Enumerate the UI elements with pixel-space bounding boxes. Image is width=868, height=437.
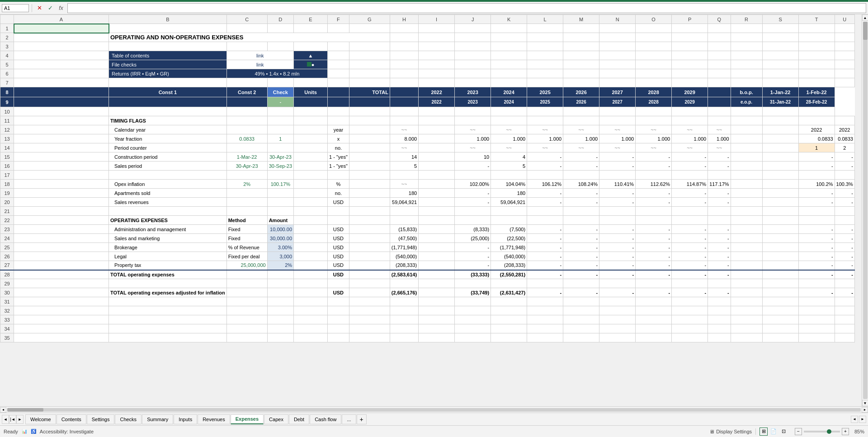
zoom-out-button[interactable]: − (795, 428, 802, 435)
file-checks-link[interactable]: link (226, 60, 293, 69)
cell-f1[interactable] (328, 24, 349, 33)
col-header-e[interactable]: E (294, 15, 328, 24)
scroll-up-button[interactable]: ▲ (862, 14, 868, 21)
cell-m2[interactable] (563, 33, 599, 42)
col-header-r[interactable]: R (731, 15, 762, 24)
toc-link[interactable]: link (226, 51, 293, 60)
cell-n1[interactable] (599, 24, 636, 33)
page-break-button[interactable]: ⊡ (779, 428, 788, 436)
cell-m1[interactable] (563, 24, 599, 33)
formula-input[interactable] (67, 3, 866, 13)
col-header-t[interactable]: T (798, 15, 835, 24)
tab-checks[interactable]: Checks (115, 414, 142, 424)
cell-k1[interactable] (491, 24, 527, 33)
col-header-u[interactable]: U (835, 15, 854, 24)
col-header-i[interactable]: I (419, 15, 455, 24)
zoom-level[interactable]: 85% (851, 429, 864, 434)
r25-amount[interactable]: 3.00% (267, 243, 293, 252)
insert-function-button[interactable]: fx (57, 4, 66, 13)
accessibility-text[interactable]: Accessibility: Investigate (40, 429, 94, 434)
cell-u2[interactable] (835, 33, 854, 42)
zoom-thumb[interactable] (827, 429, 831, 434)
col-header-j[interactable]: J (455, 15, 491, 24)
cell-o1[interactable] (636, 24, 672, 33)
horizontal-scrollbar-thumb[interactable] (7, 408, 43, 412)
zoom-in-button[interactable]: + (842, 428, 849, 435)
col-header-s[interactable]: S (762, 15, 798, 24)
tab-revenues[interactable]: Revenues (198, 414, 230, 424)
tab-summary[interactable]: Summary (142, 414, 173, 424)
cell-h2[interactable] (390, 33, 418, 42)
cell-l2[interactable] (527, 33, 563, 42)
col-header-d[interactable]: D (267, 15, 293, 24)
tab-scroll-start[interactable]: |◄ (9, 415, 16, 424)
tab-more[interactable]: ... (342, 414, 356, 424)
col-header-c[interactable]: C (226, 15, 267, 24)
cell-a2[interactable] (14, 33, 109, 42)
column-header-row[interactable]: A B C D E F G H I J K L M N O (0, 15, 855, 24)
col-header-b[interactable]: B (109, 15, 227, 24)
cell-a1[interactable] (14, 24, 109, 33)
page-layout-button[interactable]: 📄 (769, 428, 778, 436)
col-header-o[interactable]: O (636, 15, 672, 24)
cell-t2[interactable] (798, 33, 835, 42)
cancel-formula-button[interactable]: ✕ (35, 4, 44, 13)
vertical-scrollbar-thumb[interactable] (863, 22, 868, 40)
r27-amount[interactable]: 2% (267, 261, 293, 270)
cell-s1[interactable] (762, 24, 798, 33)
sheet-nav-left[interactable]: ◄ (851, 416, 858, 423)
tab-scroll-right[interactable]: ► (16, 415, 24, 424)
col-header-m[interactable]: M (563, 15, 599, 24)
horizontal-scrollbar[interactable]: ◄ ► (0, 406, 868, 413)
col-header-h[interactable]: H (390, 15, 418, 24)
table-row[interactable]: 1 (0, 24, 855, 33)
cell-p1[interactable] (672, 24, 708, 33)
r26-amount[interactable]: 3,000 (267, 252, 293, 261)
tab-capex[interactable]: Capex (264, 414, 288, 424)
cell-e1[interactable] (294, 24, 328, 33)
r23-amount[interactable]: 10,000.00 (267, 225, 293, 234)
cell-u1[interactable] (835, 24, 854, 33)
tab-expenses[interactable]: Expenses (231, 414, 264, 424)
accessibility-icon[interactable]: ♿ (31, 429, 36, 434)
cell-d1[interactable] (267, 24, 293, 33)
tab-debt[interactable]: Debt (289, 414, 309, 424)
cell-r2[interactable] (731, 33, 762, 42)
col-header-a[interactable]: A (14, 15, 109, 24)
tab-inputs[interactable]: Inputs (174, 414, 197, 424)
tab-cashflow[interactable]: Cash flow (310, 414, 341, 424)
col-header-q[interactable]: Q (708, 15, 731, 24)
table-row[interactable]: 5 File checks link ● (0, 60, 855, 69)
cell-j2[interactable] (455, 33, 491, 42)
cell-o2[interactable] (636, 33, 672, 42)
cell-c1[interactable] (226, 24, 267, 33)
zoom-slider[interactable] (804, 431, 840, 432)
scroll-down-button[interactable]: ▼ (862, 400, 868, 406)
normal-view-button[interactable]: ⊞ (760, 428, 768, 436)
sheet-nav-right[interactable]: ► (859, 416, 866, 423)
confirm-formula-button[interactable]: ✓ (46, 4, 55, 13)
cell-h1[interactable] (390, 24, 418, 33)
cell-k2[interactable] (491, 33, 527, 42)
tab-contents[interactable]: Contents (57, 414, 86, 424)
tab-scroll-left[interactable]: ◄ (2, 415, 9, 424)
scroll-right-button[interactable]: ► (862, 407, 868, 413)
cell-n2[interactable] (599, 33, 636, 42)
cell-t1[interactable] (798, 24, 835, 33)
col-header-l[interactable]: L (527, 15, 563, 24)
cell-g1[interactable] (349, 24, 390, 33)
cell-r1[interactable] (731, 24, 762, 33)
cell-j1[interactable] (455, 24, 491, 33)
cell-q2[interactable] (708, 33, 731, 42)
tab-welcome[interactable]: Welcome (25, 414, 56, 424)
col-header-n[interactable]: N (599, 15, 636, 24)
cell-p2[interactable] (672, 33, 708, 42)
r24-amount[interactable]: 30,000.00 (267, 234, 293, 243)
col-header-p[interactable]: P (672, 15, 708, 24)
table-row[interactable]: 4 Table of contents link ▲ (0, 51, 855, 60)
cell-l1[interactable] (527, 24, 563, 33)
cell-q1[interactable] (708, 24, 731, 33)
add-sheet-button[interactable]: + (357, 414, 367, 424)
col-header-k[interactable]: K (491, 15, 527, 24)
cell-s2[interactable] (762, 33, 798, 42)
